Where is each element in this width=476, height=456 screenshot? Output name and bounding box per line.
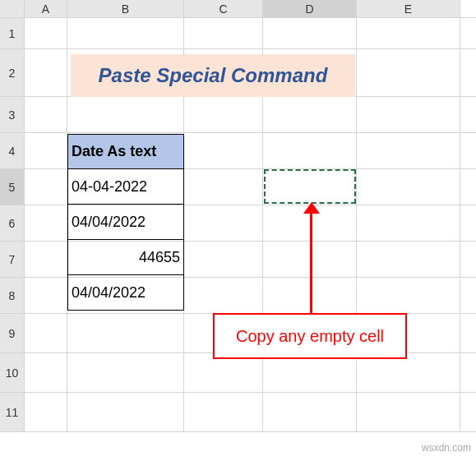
row-header-8[interactable]: 8 [0,278,25,313]
row-header-3[interactable]: 3 [0,97,25,132]
table-row[interactable]: 04-04-2022 [67,169,184,205]
cell-b1[interactable] [67,18,184,48]
row-header-6[interactable]: 6 [0,205,25,241]
cell-b10[interactable] [67,353,184,392]
row-header-11[interactable]: 11 [0,393,25,431]
cell-c3[interactable] [184,97,263,132]
cell-c7[interactable] [184,242,263,277]
cell-d4[interactable] [263,133,357,168]
cell-a1[interactable] [25,18,67,48]
cell-a7[interactable] [25,242,67,277]
col-header-b[interactable]: B [67,0,184,17]
arrow-line [310,210,312,313]
column-headers: A B C D E [0,0,476,18]
cell-a6[interactable] [25,205,67,241]
cell-a3[interactable] [25,97,67,132]
cell-e3[interactable] [357,97,460,132]
row-11: 11 [0,393,476,432]
row-10: 10 [0,353,476,393]
cell-d3[interactable] [263,97,357,132]
col-header-e[interactable]: E [357,0,460,17]
cell-a2[interactable] [25,49,67,96]
cell-b3[interactable] [67,97,184,132]
cell-b9[interactable] [67,314,184,352]
table-row[interactable]: 04/04/2022 [67,275,184,311]
row-1: 1 [0,18,476,49]
cell-e7[interactable] [357,242,460,277]
row-header-5[interactable]: 5 [0,169,25,205]
cell-d11[interactable] [263,393,357,431]
cell-a4[interactable] [25,133,67,168]
cell-e2[interactable] [357,49,460,96]
cell-a9[interactable] [25,314,67,352]
col-header-a[interactable]: A [25,0,67,17]
table-row[interactable]: 44655 [67,240,184,275]
cell-e6[interactable] [357,205,460,241]
watermark: wsxdn.com [422,442,471,454]
row-header-9[interactable]: 9 [0,314,25,352]
row-header-4[interactable]: 4 [0,133,25,168]
cell-c8[interactable] [184,278,263,313]
cell-c6[interactable] [184,205,263,241]
col-header-c[interactable]: C [184,0,263,17]
cell-e5[interactable] [357,169,460,205]
cell-a8[interactable] [25,278,67,313]
cell-d1[interactable] [263,18,357,48]
row-3: 3 [0,97,476,133]
cell-e10[interactable] [357,353,460,392]
cell-a10[interactable] [25,353,67,392]
cell-e4[interactable] [357,133,460,168]
cell-e1[interactable] [357,18,460,48]
cell-c4[interactable] [184,133,263,168]
row-header-10[interactable]: 10 [0,353,25,392]
callout-box: Copy any empty cell [213,313,407,359]
arrow-up-icon [303,202,320,214]
cell-c5[interactable] [184,169,263,205]
row-header-1[interactable]: 1 [0,18,25,48]
table-row[interactable]: 04/04/2022 [67,205,184,240]
cell-a11[interactable] [25,393,67,431]
cell-a5[interactable] [25,169,67,205]
copied-selection[interactable] [264,169,356,204]
cell-d10[interactable] [263,353,357,392]
row-header-7[interactable]: 7 [0,242,25,277]
table-header[interactable]: Date As text [67,134,184,169]
select-all-corner[interactable] [0,0,25,17]
data-table: Date As text 04-04-2022 04/04/2022 44655… [67,134,184,311]
cell-c1[interactable] [184,18,263,48]
cell-e8[interactable] [357,278,460,313]
cell-e11[interactable] [357,393,460,431]
col-header-d[interactable]: D [263,0,357,17]
cell-c11[interactable] [184,393,263,431]
cell-b11[interactable] [67,393,184,431]
title-banner: Paste Special Command [71,54,355,97]
callout: Copy any empty cell [213,313,407,359]
row-header-2[interactable]: 2 [0,49,25,96]
cell-c10[interactable] [184,353,263,392]
